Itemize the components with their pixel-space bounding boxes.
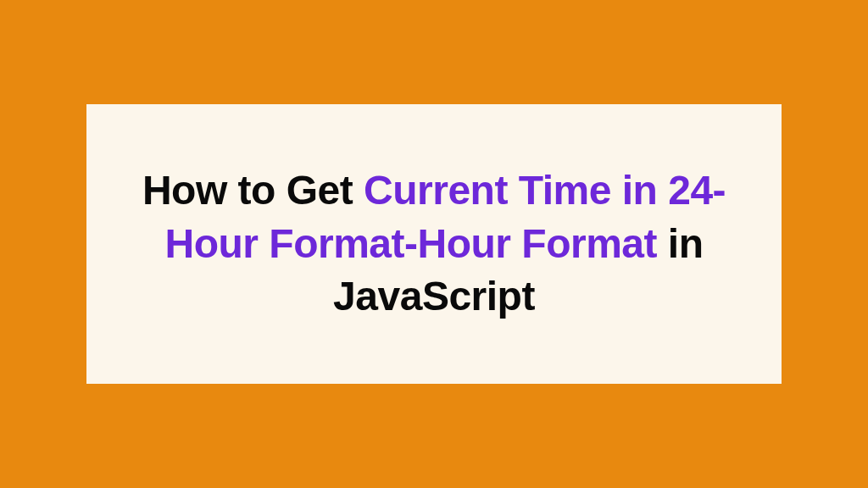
title-prefix: How to Get	[142, 168, 364, 213]
main-title: How to Get Current Time in 24-Hour Forma…	[129, 164, 739, 323]
title-card: How to Get Current Time in 24-Hour Forma…	[86, 104, 782, 384]
